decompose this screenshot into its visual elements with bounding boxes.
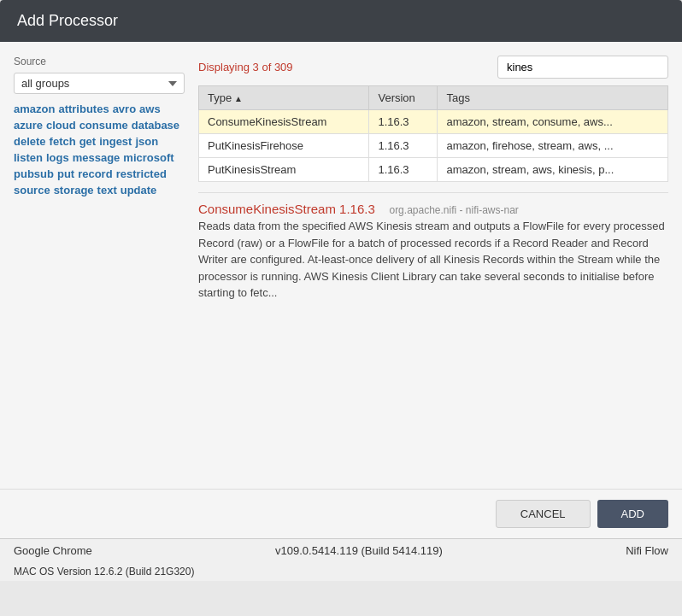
tag-avro[interactable]: avro	[113, 103, 136, 115]
column-tags[interactable]: Tags	[438, 86, 668, 110]
tag-amazon[interactable]: amazon	[14, 103, 55, 115]
tag-storage[interactable]: storage	[54, 184, 94, 197]
source-label: Source	[14, 56, 185, 67]
add-button[interactable]: ADD	[597, 500, 668, 528]
browser-name: Google Chrome	[14, 544, 92, 557]
tag-restricted[interactable]: restricted	[116, 167, 167, 180]
tag-database[interactable]: database	[132, 119, 179, 132]
os-info: MAC OS Version 12.6.2 (Build 21G320)	[14, 566, 194, 578]
sidebar: Source all groupsamazonapachecustom amaz…	[14, 56, 185, 475]
tag-source[interactable]: source	[14, 184, 50, 197]
tag-update[interactable]: update	[121, 184, 157, 197]
tag-cloud[interactable]: cloud	[46, 119, 76, 132]
content-header: Displaying 3 of 309	[198, 56, 668, 79]
table-row[interactable]: ConsumeKinesisStream1.16.3amazon, stream…	[199, 110, 668, 134]
tag-get[interactable]: get	[79, 135, 97, 148]
tag-record[interactable]: record	[78, 167, 112, 180]
tag-ingest[interactable]: ingest	[99, 135, 132, 148]
search-input[interactable]	[497, 56, 668, 79]
tag-text[interactable]: text	[97, 184, 117, 197]
description-subtitle: org.apache.nifi - nifi-aws-nar	[389, 204, 518, 216]
dialog-title: Add Processor	[17, 12, 118, 29]
column-type[interactable]: Type	[199, 86, 369, 110]
status-bar-bottom: MAC OS Version 12.6.2 (Build 21G320)	[0, 562, 682, 581]
tag-listen[interactable]: listen	[14, 151, 43, 164]
tags-container: amazonattributesavroawsazurecloudconsume…	[14, 103, 185, 197]
tag-aws[interactable]: aws	[139, 103, 161, 115]
content-area: Displaying 3 of 309 Type Version Tags Co…	[198, 56, 668, 475]
description-text: Reads data from the specified AWS Kinesi…	[198, 218, 668, 302]
tag-message[interactable]: message	[73, 151, 121, 164]
table-row[interactable]: PutKinesisStream1.16.3amazon, stream, aw…	[199, 158, 668, 182]
tag-microsoft[interactable]: microsoft	[123, 151, 173, 164]
tag-consume[interactable]: consume	[79, 119, 128, 132]
column-version[interactable]: Version	[369, 86, 438, 110]
display-count: Displaying 3 of 309	[198, 61, 293, 73]
group-select[interactable]: all groupsamazonapachecustom	[14, 73, 185, 94]
dialog-header: Add Processor	[0, 0, 682, 42]
cancel-button[interactable]: CANCEL	[496, 500, 591, 528]
dialog-footer: CANCEL ADD	[0, 489, 682, 538]
tag-logs[interactable]: logs	[46, 151, 69, 164]
app-name: Nifi Flow	[626, 544, 668, 557]
table-header: Type Version Tags	[199, 86, 668, 110]
tag-fetch[interactable]: fetch	[50, 135, 76, 148]
tag-azure[interactable]: azure	[14, 119, 43, 132]
browser-version: v109.0.5414.119 (Build 5414.119)	[275, 544, 443, 557]
description-title: ConsumeKinesisStream 1.16.3 org.apache.n…	[198, 202, 668, 216]
tag-attributes[interactable]: attributes	[58, 103, 109, 115]
tag-json[interactable]: json	[135, 135, 158, 148]
processor-table: Type Version Tags ConsumeKinesisStream1.…	[198, 85, 668, 182]
tag-pubsub[interactable]: pubsub	[14, 167, 54, 180]
description-section: ConsumeKinesisStream 1.16.3 org.apache.n…	[198, 192, 668, 302]
tag-put[interactable]: put	[57, 167, 74, 180]
table-body: ConsumeKinesisStream1.16.3amazon, stream…	[199, 110, 668, 182]
dialog-body: Source all groupsamazonapachecustom amaz…	[0, 42, 682, 489]
tag-delete[interactable]: delete	[14, 135, 46, 148]
table-row[interactable]: PutKinesisFirehose1.16.3amazon, firehose…	[199, 134, 668, 158]
status-bar: Google Chrome v109.0.5414.119 (Build 541…	[0, 538, 682, 562]
